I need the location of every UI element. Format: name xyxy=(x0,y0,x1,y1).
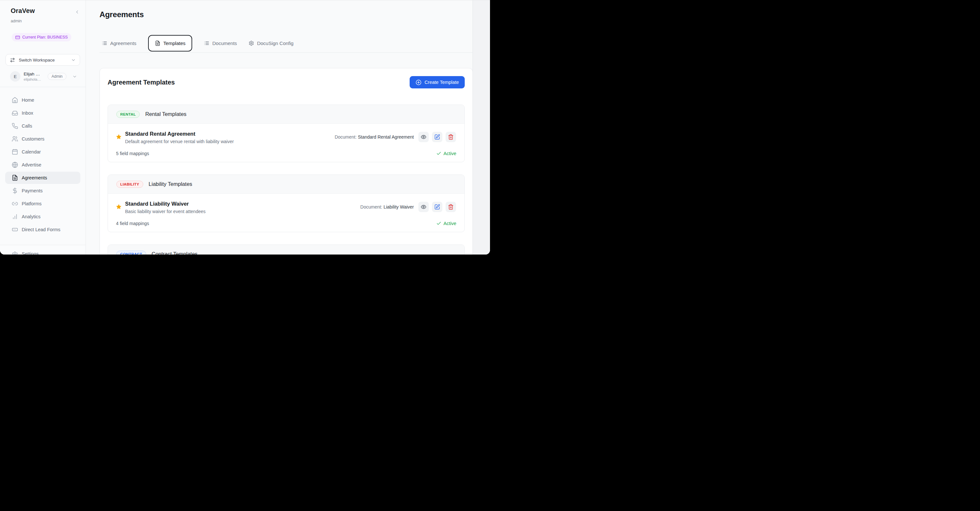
settings-icon xyxy=(12,251,18,254)
current-plan-badge[interactable]: Current Plan: BUSINESS xyxy=(12,33,71,41)
template-section: LIABILITY Liability Templates Standard L… xyxy=(108,175,465,232)
sidebar-collapse-button[interactable] xyxy=(75,10,80,14)
section-category-badge: CONTRACT xyxy=(116,251,146,255)
sidebar: OraVew admin Current Plan: BUSINESS Swit… xyxy=(0,0,86,254)
sidebar-item-platforms[interactable]: Platforms xyxy=(5,198,80,210)
template-section: CONTRACT Contract Templates xyxy=(108,244,465,254)
section-header: CONTRACT Contract Templates xyxy=(108,245,465,254)
sidebar-item-analytics[interactable]: Analytics xyxy=(5,211,80,223)
section-category-badge: LIABILITY xyxy=(116,181,143,188)
dollar-icon xyxy=(12,187,18,194)
agreement-templates-panel: Agreement Templates Create Template RENT… xyxy=(100,68,473,254)
section-header: LIABILITY Liability Templates xyxy=(108,175,465,194)
edit-template-button[interactable] xyxy=(432,132,442,142)
delete-template-button[interactable] xyxy=(445,202,456,212)
tab-documents[interactable]: Documents xyxy=(204,40,237,46)
trash-icon xyxy=(448,204,454,210)
plus-circle-icon xyxy=(415,79,422,86)
calendar-icon xyxy=(12,149,18,155)
edit-pencil-icon xyxy=(434,134,440,140)
users-icon xyxy=(12,136,18,142)
sidebar-item-payments[interactable]: Payments xyxy=(5,184,80,197)
template-name: Standard Rental Agreement xyxy=(125,131,234,137)
delete-template-button[interactable] xyxy=(445,132,456,142)
page-title: Agreements xyxy=(100,0,473,19)
status-badge: Active xyxy=(436,151,457,156)
section-title: Contract Templates xyxy=(152,251,198,254)
template-description: Default agreement for venue rental with … xyxy=(125,139,234,144)
chevron-left-icon xyxy=(75,10,80,14)
brand-title: OraVew xyxy=(11,7,35,14)
sidebar-footer-label: Settings xyxy=(22,251,38,254)
switch-workspace-select[interactable]: Switch Workspace xyxy=(5,54,80,66)
current-plan-label: Current Plan: BUSINESS xyxy=(22,35,68,40)
view-template-button[interactable] xyxy=(418,132,429,142)
section-header: RENTAL Rental Templates xyxy=(108,105,465,124)
edit-template-button[interactable] xyxy=(432,202,442,212)
view-template-button[interactable] xyxy=(418,202,429,212)
sidebar-item-inbox[interactable]: Inbox xyxy=(5,107,80,119)
list-icon xyxy=(102,40,107,46)
check-icon xyxy=(436,221,441,226)
globe-icon xyxy=(12,162,18,168)
home-icon xyxy=(12,97,18,103)
sidebar-item-customers[interactable]: Customers xyxy=(5,133,80,145)
swap-arrows-icon xyxy=(10,57,15,63)
trash-icon xyxy=(448,134,454,140)
user-role-badge: Admin xyxy=(48,73,67,80)
avatar: E xyxy=(10,71,21,82)
right-edge-panel xyxy=(473,0,490,254)
sidebar-divider xyxy=(0,87,86,87)
sidebar-item-agreements[interactable]: Agreements xyxy=(5,171,80,184)
form-input-icon xyxy=(12,226,18,233)
tab-agreements[interactable]: Agreements xyxy=(102,40,137,46)
sidebar-item-calls[interactable]: Calls xyxy=(5,120,80,132)
status-badge: Active xyxy=(436,221,457,226)
sidebar-nav: Home Inbox Calls Customers Calendar Adve… xyxy=(5,94,82,236)
section-title: Liability Templates xyxy=(149,181,192,187)
phone-icon xyxy=(12,123,18,129)
panel-title: Agreement Templates xyxy=(108,79,175,86)
credit-card-icon xyxy=(15,35,20,40)
user-menu[interactable]: E Elijah … elijahola… Admin xyxy=(5,71,82,82)
section-title: Rental Templates xyxy=(145,111,186,117)
edit-pencil-icon xyxy=(434,204,440,210)
template-row: Standard Rental Agreement Default agreem… xyxy=(108,124,465,162)
link-icon xyxy=(12,200,18,207)
template-description: Basic liability waiver for event attende… xyxy=(125,209,205,214)
inbox-icon xyxy=(12,110,18,116)
document-label: Document: xyxy=(360,204,382,209)
eye-icon xyxy=(421,204,426,210)
field-mappings-count: 4 field mappings xyxy=(116,221,149,226)
sidebar-item-settings[interactable]: Settings xyxy=(0,245,86,254)
tab-docusign-config[interactable]: DocuSign Config xyxy=(248,40,294,46)
section-category-badge: RENTAL xyxy=(116,111,140,118)
default-star-icon xyxy=(116,134,122,140)
app-window: OraVew admin Current Plan: BUSINESS Swit… xyxy=(0,0,490,254)
sidebar-item-calendar[interactable]: Calendar xyxy=(5,146,80,158)
document-name: Liability Waiver xyxy=(383,204,414,209)
sidebar-item-advertise[interactable]: Advertise xyxy=(5,159,80,171)
document-label: Document: xyxy=(335,134,357,140)
template-name: Standard Liability Waiver xyxy=(125,201,205,207)
chevron-down-icon xyxy=(72,74,77,79)
template-section: RENTAL Rental Templates Standard Rental … xyxy=(108,105,465,162)
sidebar-item-home[interactable]: Home xyxy=(5,94,80,106)
file-text-icon xyxy=(12,175,18,181)
eye-icon xyxy=(421,134,426,140)
template-sections: RENTAL Rental Templates Standard Rental … xyxy=(108,105,465,254)
tab-templates[interactable]: Templates xyxy=(148,35,192,51)
sidebar-item-direct-lead-forms[interactable]: Direct Lead Forms xyxy=(5,224,80,236)
workspace-role-label: admin xyxy=(11,19,82,23)
create-template-button[interactable]: Create Template xyxy=(410,76,465,89)
chevron-down-icon xyxy=(71,58,76,62)
user-email: elijahola… xyxy=(24,78,43,81)
tab-bar: Agreements Templates Documents DocuSign … xyxy=(100,34,473,52)
check-icon xyxy=(436,151,441,156)
document-name: Standard Rental Agreement xyxy=(358,134,414,140)
sidebar-header: OraVew xyxy=(5,7,82,14)
template-row: Standard Liability Waiver Basic liabilit… xyxy=(108,194,465,232)
main-content: Agreements Agreements Templates Document… xyxy=(86,0,473,254)
create-template-label: Create Template xyxy=(425,80,459,85)
bar-chart-icon xyxy=(12,213,18,220)
